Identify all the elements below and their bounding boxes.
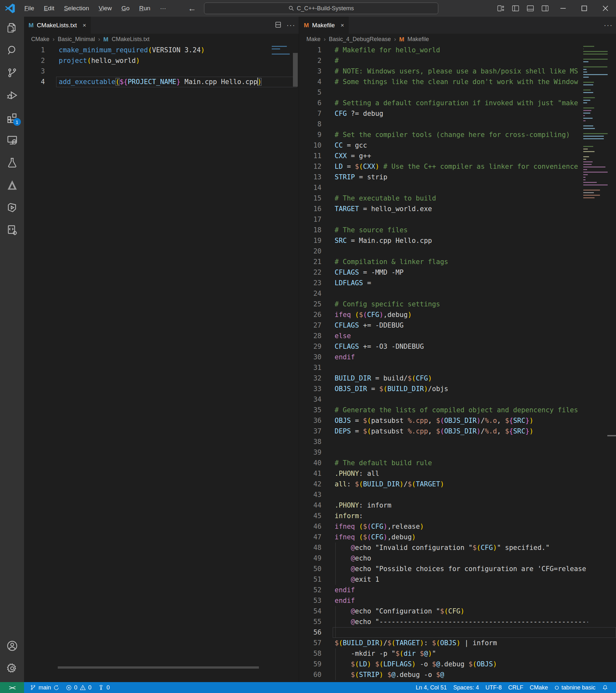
line-number[interactable]: 60 xyxy=(299,670,321,680)
language-mode[interactable]: CMake xyxy=(526,682,551,693)
code-line[interactable]: 45inform: xyxy=(299,511,616,521)
indentation-setting[interactable]: Spaces: 4 xyxy=(450,682,482,693)
line-number[interactable]: 22 xyxy=(299,267,321,278)
line-number[interactable]: 12 xyxy=(299,161,321,172)
tabnine-status[interactable]: tabnine basic xyxy=(551,682,599,693)
line-number[interactable]: 3 xyxy=(299,66,321,77)
line-number[interactable]: 45 xyxy=(299,511,321,521)
breadcrumb-folder[interactable]: Basic_4_DebugRelease xyxy=(329,36,391,43)
menu-item-[interactable]: ··· xyxy=(156,3,170,14)
code-line[interactable]: 11CXX = g++ xyxy=(299,151,616,161)
tab-cmakelists[interactable]: M CMakeLists.txt × xyxy=(24,17,91,34)
menu-item-go[interactable]: Go xyxy=(117,3,133,14)
code-line[interactable]: 34 xyxy=(299,394,616,405)
code-line[interactable]: 44.PHONY: inform xyxy=(299,500,616,511)
breadcrumb-file[interactable]: CMakeLists.txt xyxy=(112,36,150,43)
code-line[interactable]: 24 xyxy=(299,289,616,299)
cursor-position[interactable]: Ln 4, Col 51 xyxy=(413,682,450,693)
line-number[interactable]: 46 xyxy=(299,521,321,532)
tab-close-icon[interactable]: × xyxy=(341,22,344,29)
line-number[interactable]: 21 xyxy=(299,257,321,267)
code-line[interactable]: 33OBJS_DIR = $(BUILD_DIR)/objs xyxy=(299,384,616,394)
code-line[interactable]: 51 @exit 1 xyxy=(299,574,616,585)
close-window-button[interactable] xyxy=(595,0,616,17)
maximize-button[interactable] xyxy=(574,0,595,17)
code-line[interactable]: 3 xyxy=(24,66,299,77)
code-line[interactable]: 1cmake_minimum_required(VERSION 3.24) xyxy=(24,45,299,56)
problems-status[interactable]: 0 0 xyxy=(63,682,95,693)
code-line[interactable]: 4add_executable(${PROJECT_NAME} Main.cpp… xyxy=(24,77,299,87)
line-number[interactable]: 27 xyxy=(299,320,321,331)
line-number[interactable]: 25 xyxy=(299,299,321,310)
code-line[interactable]: 22CFLAGS = -MMD -MP xyxy=(299,267,616,278)
breadcrumb-folder[interactable]: Basic_Minimal xyxy=(58,36,95,43)
more-actions-icon[interactable]: ··· xyxy=(604,21,613,29)
account-icon[interactable] xyxy=(0,635,24,657)
line-number[interactable]: 57 xyxy=(299,638,321,648)
line-number[interactable]: 18 xyxy=(299,225,321,236)
line-number[interactable]: 42 xyxy=(299,479,321,490)
code-line[interactable]: 60 $(STRIP) $@.debug -o $@ xyxy=(299,670,616,680)
line-number[interactable]: 1 xyxy=(299,45,321,56)
breadcrumb-folder[interactable]: Make xyxy=(306,36,320,43)
code-line[interactable]: 36OBJS = $(patsubst %.cpp, $(OBJS_DIR)/%… xyxy=(299,415,616,426)
line-number[interactable]: 11 xyxy=(299,151,321,161)
notifications-bell[interactable] xyxy=(599,682,612,693)
code-line[interactable]: 43 xyxy=(299,490,616,500)
code-editor-cmakelists[interactable]: 1cmake_minimum_required(VERSION 3.24)2pr… xyxy=(24,45,299,682)
line-number[interactable]: 58 xyxy=(299,648,321,659)
line-number[interactable]: 14 xyxy=(299,182,321,193)
split-editor-icon[interactable] xyxy=(275,21,281,29)
code-line[interactable]: 31 xyxy=(299,362,616,373)
code-line[interactable]: 30endif xyxy=(299,352,616,362)
code-line[interactable]: 58 -mkdir -p "$(dir $@)" xyxy=(299,648,616,659)
line-number[interactable]: 2 xyxy=(299,56,321,66)
line-number[interactable]: 8 xyxy=(299,119,321,130)
toggle-panel-icon[interactable] xyxy=(523,0,538,17)
line-number[interactable]: 26 xyxy=(299,310,321,320)
line-number[interactable]: 19 xyxy=(299,236,321,246)
line-number[interactable]: 15 xyxy=(299,193,321,204)
encoding-setting[interactable]: UTF-8 xyxy=(482,682,505,693)
code-line[interactable]: 20 xyxy=(299,246,616,257)
line-number[interactable]: 44 xyxy=(299,500,321,511)
line-number[interactable]: 6 xyxy=(299,98,321,108)
code-line[interactable]: 39 xyxy=(299,447,616,458)
remote-explorer-icon[interactable] xyxy=(0,129,24,152)
line-number[interactable]: 33 xyxy=(299,384,321,394)
menu-item-file[interactable]: File xyxy=(21,3,38,14)
explorer-icon[interactable] xyxy=(0,17,24,39)
code-line[interactable]: 59 $(LD) $(LDFLAGS) -o $@.debug $(OBJS) xyxy=(299,659,616,670)
line-number[interactable]: 36 xyxy=(299,415,321,426)
line-number[interactable]: 40 xyxy=(299,458,321,469)
search-view-icon[interactable] xyxy=(0,39,24,62)
code-editor-makefile[interactable]: 1# Makefile for hello_world2#3# NOTE: Wi… xyxy=(299,45,616,682)
code-line[interactable]: 35# Generate the lists of compiled objec… xyxy=(299,405,616,415)
line-number[interactable]: 4 xyxy=(299,77,321,87)
more-actions-icon[interactable]: ··· xyxy=(286,21,296,29)
menu-item-selection[interactable]: Selection xyxy=(60,3,93,14)
line-number[interactable]: 55 xyxy=(299,617,321,627)
code-line[interactable]: 23LDFLAGS = xyxy=(299,278,616,289)
minimap[interactable] xyxy=(272,45,290,55)
line-number[interactable]: 53 xyxy=(299,595,321,606)
settings-gear-icon[interactable] xyxy=(0,657,24,679)
makefile-tools-icon[interactable] xyxy=(0,196,24,219)
line-number[interactable]: 31 xyxy=(299,362,321,373)
extensions-icon[interactable]: 1 xyxy=(0,106,24,129)
code-line[interactable]: 42all: $(BUILD_DIR)/$(TARGET) xyxy=(299,479,616,490)
code-line[interactable]: 15# The executable to build xyxy=(299,193,616,204)
line-number[interactable]: 5 xyxy=(299,87,321,98)
code-line[interactable]: 6# Setting a default configuration if in… xyxy=(299,98,616,108)
back-arrow-icon[interactable]: ← xyxy=(188,3,196,14)
code-line[interactable]: 9# Set the compiler tools (change here f… xyxy=(299,130,616,140)
code-line[interactable]: 27CFLAGS += -DDEBUG xyxy=(299,320,616,331)
code-line[interactable]: 2project(hello_world) xyxy=(24,56,299,66)
breadcrumb-folder[interactable]: CMake xyxy=(31,36,49,43)
line-number[interactable]: 48 xyxy=(299,542,321,553)
line-number[interactable]: 9 xyxy=(299,130,321,140)
line-number[interactable]: 37 xyxy=(299,426,321,437)
code-line[interactable]: 49 @echo xyxy=(299,553,616,564)
code-line[interactable]: 1# Makefile for hello_world xyxy=(299,45,616,56)
cmake-tools-icon[interactable] xyxy=(0,174,24,196)
